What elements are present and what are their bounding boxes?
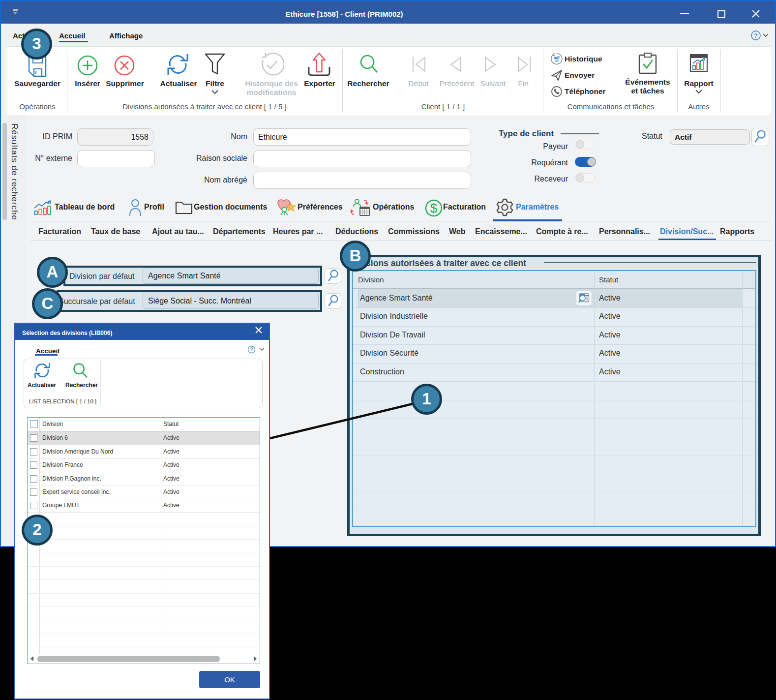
svg-text:?: ? xyxy=(250,347,253,352)
